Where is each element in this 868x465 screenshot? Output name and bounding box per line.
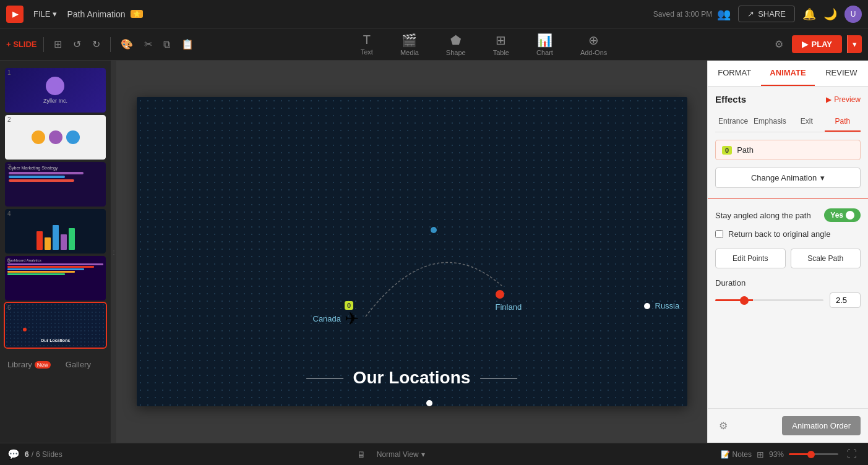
edit-points-button[interactable]: Edit Points — [715, 249, 786, 268]
paint-button[interactable]: 🎨 — [117, 35, 137, 54]
toolbar-center: T Text 🎬 Media ⬟ Shape ⊞ Table 📊 Chart ⊕… — [200, 30, 768, 59]
path-animation-item[interactable]: 0 Path — [715, 140, 861, 160]
undo-button[interactable]: ↺ — [69, 35, 85, 54]
return-angle-checkbox-row: Return back to original angle — [715, 229, 861, 239]
duration-input[interactable] — [830, 292, 861, 308]
theme-icon[interactable]: 🌙 — [823, 7, 837, 21]
share-button[interactable]: ↗ SHARE — [738, 6, 795, 22]
slide-title-text: Our Locations — [353, 368, 471, 388]
anim-type-path[interactable]: Path — [825, 112, 861, 132]
slide-thumb-5[interactable]: 5 Dashboard Analytics — [5, 256, 106, 301]
status-center: 🖥 Normal View ▾ — [72, 446, 711, 463]
animation-order-button[interactable]: Animation Order — [782, 416, 861, 435]
slide-thumb-2[interactable]: 2 — [5, 115, 106, 160]
resize-handle[interactable]: ⋮ — [111, 61, 116, 443]
share-icon: ↗ — [747, 9, 754, 19]
user-avatar[interactable]: U — [844, 6, 862, 23]
layout-button[interactable]: ⊞ — [50, 35, 66, 54]
stay-angled-toggle-row: Stay angled along the path Yes — [715, 208, 861, 222]
notifications-icon[interactable]: 🔔 — [802, 7, 816, 21]
table-label: Table — [493, 49, 509, 56]
table-icon: ⊞ — [496, 33, 506, 48]
media-label: Media — [400, 49, 419, 56]
brazil-dot — [426, 400, 432, 406]
toolbar-right: ⚙ ▶ PLAY ▾ — [771, 35, 862, 54]
shape-icon: ⬟ — [450, 33, 461, 48]
slide-thumb-3[interactable]: 3 Cyber Marketing Strategy — [5, 162, 106, 207]
tab-format[interactable]: FORMAT — [708, 61, 761, 86]
edit-scale-buttons: Edit Points Scale Path — [715, 249, 861, 268]
add-slide-button[interactable]: + SLIDE — [6, 40, 37, 49]
path-number-badge: 0 — [722, 146, 732, 155]
collab-icon[interactable]: 👥 — [717, 7, 731, 21]
divider-2 — [110, 37, 111, 52]
text-label: Text — [361, 48, 373, 56]
share-label: SHARE — [758, 9, 786, 19]
stay-angled-toggle[interactable]: Yes — [824, 208, 861, 222]
right-panel-body: Effects ▶ Preview Entrance Emphasis Exit… — [708, 87, 868, 408]
notes-icon: 📝 — [721, 450, 730, 459]
text-icon: T — [363, 33, 371, 47]
brazil-group: Brazil — [426, 400, 447, 406]
toolbar-left: + SLIDE ⊞ ↺ ↻ 🎨 ✂ ⧉ 📋 — [6, 35, 197, 54]
top-bar-actions: 👥 ↗ SHARE 🔔 🌙 U — [717, 6, 862, 23]
title-line-left — [306, 378, 343, 378]
tab-animate[interactable]: ANIMATE — [761, 61, 814, 86]
duration-label: Duration — [715, 278, 861, 288]
monitor-icon: 🖥 — [353, 446, 369, 463]
finland-label: Finland — [496, 302, 522, 312]
file-label: FILE — [33, 9, 50, 19]
text-tool[interactable]: T Text — [355, 30, 379, 58]
anim-type-emphasis[interactable]: Emphasis — [751, 112, 789, 132]
play-button[interactable]: ▶ PLAY — [792, 35, 842, 53]
slide-thumb-1[interactable]: 1 Zyller Inc. — [5, 68, 106, 113]
path-name-label: Path — [737, 145, 854, 155]
chart-icon: 📊 — [537, 33, 552, 48]
notes-button[interactable]: 📝 Notes — [721, 450, 752, 459]
library-tab[interactable]: Library New — [0, 355, 58, 374]
tab-review[interactable]: REVIEW — [815, 61, 868, 86]
settings-icon[interactable]: ⚙ — [715, 416, 731, 435]
cut-button[interactable]: ✂ — [140, 35, 156, 54]
shape-tool[interactable]: ⬟ Shape — [440, 30, 472, 59]
anim-type-exit[interactable]: Exit — [789, 112, 825, 132]
right-panel: FORMAT ANIMATE REVIEW Effects ▶ Preview … — [707, 61, 868, 443]
anim-order-label: Animation Order — [792, 421, 851, 430]
play-label: PLAY — [812, 40, 832, 49]
table-tool[interactable]: ⊞ Table — [487, 30, 515, 59]
media-tool[interactable]: 🎬 Media — [394, 30, 425, 59]
scale-path-button[interactable]: Scale Path — [791, 249, 861, 268]
canada-label: Canada — [313, 314, 342, 323]
redo-button[interactable]: ↻ — [88, 35, 104, 54]
return-angle-label[interactable]: Return back to original angle — [728, 229, 831, 239]
russia-dot — [644, 303, 650, 309]
copy-button[interactable]: ⧉ — [160, 35, 174, 54]
airplane-icon: ✈ — [345, 309, 359, 328]
file-chevron: ▾ — [53, 9, 57, 19]
comment-icon[interactable]: 💬 — [7, 448, 20, 460]
gallery-tab[interactable]: Gallery — [58, 355, 98, 374]
duration-slider[interactable] — [715, 299, 823, 301]
anim-type-entrance[interactable]: Entrance — [715, 112, 751, 132]
file-menu[interactable]: FILE ▾ — [28, 7, 62, 21]
saved-status: Saved at 3:00 PM — [653, 10, 712, 19]
animation-path-svg — [137, 97, 687, 406]
plane-with-badge: 0 ✈ — [345, 309, 359, 329]
preview-play-icon: ▶ — [826, 95, 831, 104]
change-anim-chevron: ▾ — [820, 173, 825, 182]
addons-tool[interactable]: ⊕ Add-Ons — [574, 30, 613, 59]
settings-wheel-icon[interactable]: ⚙ — [771, 35, 787, 54]
return-angle-checkbox[interactable] — [715, 230, 723, 238]
chart-tool[interactable]: 📊 Chart — [530, 30, 559, 59]
change-animation-button[interactable]: Change Animation ▾ — [715, 168, 861, 188]
paste-button[interactable]: 📋 — [178, 35, 197, 54]
bottom-tabs: Library New Gallery — [0, 350, 111, 374]
view-mode-button[interactable]: Normal View ▾ — [372, 448, 430, 461]
slide-thumb-6[interactable]: 6 Our Locations — [5, 303, 106, 348]
slide-panel: 1 Zyller Inc. 2 3 Cyber Marketing Strate… — [0, 61, 111, 443]
preview-button[interactable]: ▶ Preview — [826, 95, 861, 104]
slide-thumb-4[interactable]: 4 — [5, 209, 106, 254]
play-dropdown-button[interactable]: ▾ — [847, 35, 862, 53]
zoom-slider[interactable] — [789, 453, 838, 455]
fullscreen-icon[interactable]: ⛶ — [843, 445, 861, 464]
